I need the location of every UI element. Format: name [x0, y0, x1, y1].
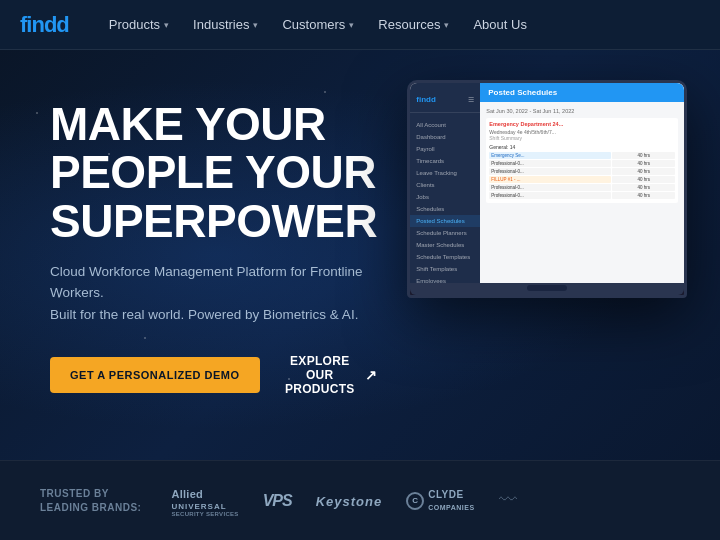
sidebar-dashboard[interactable]: Dashboard	[410, 131, 480, 143]
laptop-screen-wrapper: findd ☰ All Account Dashboard Payroll Ti…	[407, 80, 687, 298]
sidebar-all-account[interactable]: All Account	[410, 119, 480, 131]
app-date-range: Sat Jun 30, 2022 - Sat Jun 11, 2022	[486, 108, 678, 114]
brand-allied-universal: AlliedUNIVERSALSECURITY SERVICES	[171, 484, 238, 517]
hero-section: MAKE YOUR PEOPLE YOUR SUPERPOWER Cloud W…	[0, 50, 720, 460]
laptop-base	[410, 283, 684, 295]
app-sidebar: findd ☰ All Account Dashboard Payroll Ti…	[410, 83, 480, 283]
nav-item-about[interactable]: About Us	[463, 11, 536, 38]
app-table-row: Professional-0... 40 hrs	[489, 168, 675, 175]
sidebar-payroll[interactable]: Payroll	[410, 143, 480, 155]
hamburger-icon: ☰	[468, 96, 474, 104]
arrow-icon: ↗	[365, 367, 377, 383]
chevron-down-icon: ▾	[444, 20, 449, 30]
trusted-brands-bar: TRUSTED BY LEADING BRANDS: AlliedUNIVERS…	[0, 460, 720, 540]
nav-item-customers[interactable]: Customers ▾	[272, 11, 364, 38]
hero-cta-buttons: GET A PERSONALIZED DEMO EXPLORE OUR PROD…	[50, 354, 377, 396]
brand-vps: VPS	[263, 492, 292, 510]
nav-item-products[interactable]: Products ▾	[99, 11, 179, 38]
app-header-bar: Posted Schedules	[480, 83, 684, 102]
brand-keystone: Keystone	[316, 492, 383, 510]
sidebar-timecards[interactable]: Timecards	[410, 155, 480, 167]
app-table-row: Emergency Se... 40 hrs	[489, 152, 675, 159]
sidebar-clients[interactable]: Clients	[410, 179, 480, 191]
hero-subtitle: Cloud Workforce Management Platform for …	[50, 261, 377, 326]
sidebar-jobs[interactable]: Jobs	[410, 191, 480, 203]
sidebar-employees[interactable]: Employees	[410, 275, 480, 283]
clyde-icon: C	[406, 492, 424, 510]
chevron-down-icon: ▾	[349, 20, 354, 30]
sidebar-schedule-templates[interactable]: Schedule Templates	[410, 251, 480, 263]
app-table-row: Professional-0... 40 hrs	[489, 192, 675, 199]
chevron-down-icon: ▾	[253, 20, 258, 30]
chevron-down-icon: ▾	[164, 20, 169, 30]
laptop-screen: findd ☰ All Account Dashboard Payroll Ti…	[410, 83, 684, 283]
app-table-row: Professional-0... 40 hrs	[489, 184, 675, 191]
app-logo: findd	[416, 95, 436, 104]
brand-wave: 〰	[499, 490, 517, 511]
sidebar-posted-schedules[interactable]: Posted Schedules	[410, 215, 480, 227]
demo-button[interactable]: GET A PERSONALIZED DEMO	[50, 357, 260, 393]
sidebar-schedules[interactable]: Schedules	[410, 203, 480, 215]
nav-links: Products ▾ Industries ▾ Customers ▾ Reso…	[99, 11, 537, 38]
sidebar-schedule-planners[interactable]: Schedule Planners	[410, 227, 480, 239]
sidebar-master-schedules[interactable]: Master Schedules	[410, 239, 480, 251]
app-table-row: FILLUP #1 - ... 40 hrs	[489, 176, 675, 183]
app-body: Sat Jun 30, 2022 - Sat Jun 11, 2022 Emer…	[480, 102, 684, 212]
navigation: findd Products ▾ Industries ▾ Customers …	[0, 0, 720, 50]
explore-button[interactable]: EXPLORE OUR PRODUCTS ↗	[280, 354, 378, 396]
app-mockup: findd ☰ All Account Dashboard Payroll Ti…	[407, 80, 687, 298]
sidebar-shift-templates[interactable]: Shift Templates	[410, 263, 480, 275]
app-table-row: Professional-0... 40 hrs	[489, 160, 675, 167]
app-logo-bar: findd ☰	[410, 91, 480, 113]
sidebar-leave-tracking[interactable]: Leave Tracking	[410, 167, 480, 179]
nav-item-industries[interactable]: Industries ▾	[183, 11, 268, 38]
app-schedule-block: Emergency Department 24... Wednesday 4e …	[486, 118, 678, 203]
logo[interactable]: findd	[20, 12, 69, 38]
hero-text-block: MAKE YOUR PEOPLE YOUR SUPERPOWER Cloud W…	[50, 90, 377, 396]
hero-headline: MAKE YOUR PEOPLE YOUR SUPERPOWER	[50, 100, 377, 245]
app-main-content: Posted Schedules Sat Jun 30, 2022 - Sat …	[480, 83, 684, 283]
app-page-title: Posted Schedules	[488, 88, 557, 97]
brand-clyde: C CLYDECOMPANIES	[406, 489, 474, 513]
nav-item-resources[interactable]: Resources ▾	[368, 11, 459, 38]
brand-logos: AlliedUNIVERSALSECURITY SERVICES VPS Key…	[171, 484, 680, 517]
trusted-label: TRUSTED BY LEADING BRANDS:	[40, 487, 141, 515]
